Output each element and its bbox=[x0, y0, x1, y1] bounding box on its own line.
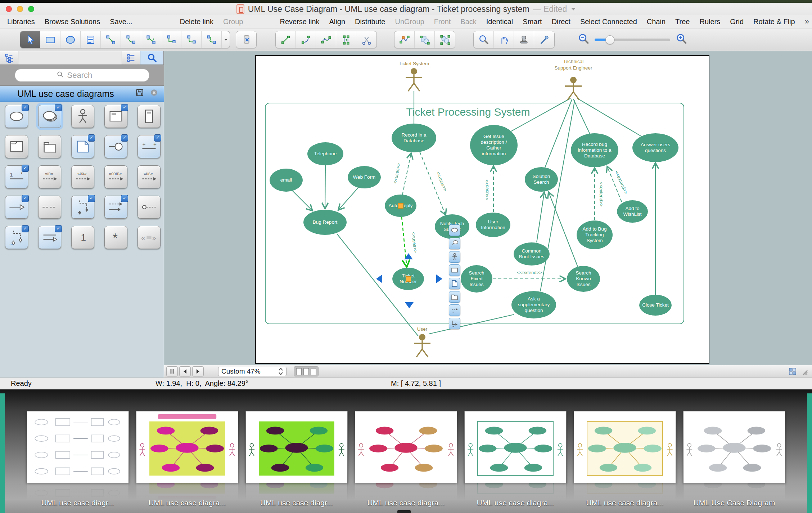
menu-save[interactable]: Save... bbox=[110, 18, 132, 26]
combine-shapes-tool-button[interactable] bbox=[415, 31, 435, 48]
shape-us-arrow[interactable]: «us» bbox=[137, 165, 161, 188]
use-case-search[interactable]: Search Known Issues bbox=[567, 266, 600, 292]
filmstrip-thumbnail[interactable]: UML use case diagr... bbox=[245, 411, 348, 504]
palette-ellipse-ref-button[interactable] bbox=[449, 238, 460, 249]
menu-tree[interactable]: Tree bbox=[675, 18, 690, 26]
thumbnail-preview[interactable] bbox=[683, 411, 785, 483]
menu-browse-solutions[interactable]: Browse Solutions bbox=[45, 18, 100, 26]
selection-handle[interactable] bbox=[406, 276, 411, 282]
connector-curve-tool-button[interactable] bbox=[121, 31, 141, 48]
connector[interactable] bbox=[549, 192, 578, 267]
tile-pages-icon[interactable] bbox=[788, 367, 797, 376]
actor-ticket-system[interactable]: Ticket System bbox=[399, 61, 429, 91]
search-input[interactable] bbox=[67, 70, 108, 80]
list-view-button[interactable] bbox=[122, 51, 140, 64]
connector[interactable] bbox=[577, 98, 642, 137]
chevron-down-icon[interactable] bbox=[571, 8, 576, 10]
thumbnail-preview[interactable] bbox=[574, 411, 676, 483]
use-case-add-to[interactable]: Add to WishList bbox=[617, 200, 648, 223]
shape-assoc-one-star[interactable]: 1*✓ bbox=[5, 165, 28, 188]
shape-elbow-diamond[interactable]: ...✓ bbox=[71, 196, 94, 219]
edit-vertex-tool-button[interactable] bbox=[394, 31, 415, 48]
menu-reverse-link[interactable]: Reverse link bbox=[280, 18, 319, 26]
palette-page-button[interactable] bbox=[449, 278, 460, 289]
connector[interactable] bbox=[292, 191, 312, 211]
shape-elbow-open-diamond[interactable]: ...✓ bbox=[5, 226, 28, 249]
eyedropper-tool-button[interactable] bbox=[534, 31, 554, 48]
page-view-buttons[interactable] bbox=[294, 366, 319, 376]
use-case-close-ticket[interactable]: Close Ticket bbox=[639, 295, 672, 316]
connector-smart-tool-button[interactable] bbox=[141, 31, 161, 48]
pan-tool-button[interactable] bbox=[494, 31, 514, 48]
draw-bezier-tool-button[interactable] bbox=[316, 31, 336, 48]
shape-stereotype[interactable]: «» bbox=[137, 226, 161, 249]
zoom-slider-track[interactable] bbox=[595, 39, 670, 41]
thumbnail-preview[interactable] bbox=[464, 411, 567, 483]
connect-arrow-left[interactable] bbox=[376, 275, 382, 283]
connector[interactable] bbox=[545, 99, 572, 168]
zoom-slider-knob[interactable] bbox=[605, 35, 614, 44]
shape-frame[interactable] bbox=[5, 135, 28, 158]
zoom-out-icon[interactable] bbox=[577, 33, 590, 46]
selection-handle[interactable] bbox=[398, 203, 403, 209]
filmstrip-thumbnail[interactable]: UML use case diagra... bbox=[464, 411, 567, 504]
shape-star[interactable]: * bbox=[104, 226, 127, 249]
shape-generalization[interactable]: ✓ bbox=[5, 196, 28, 219]
search-view-button[interactable] bbox=[140, 51, 164, 64]
zoom-stepper-icon[interactable] bbox=[278, 367, 283, 375]
thumbnail-preview[interactable] bbox=[355, 411, 457, 483]
shape-actor[interactable] bbox=[71, 105, 94, 128]
search-field[interactable] bbox=[15, 69, 149, 82]
zoom-tool-button[interactable] bbox=[474, 31, 494, 48]
menu-chain[interactable]: Chain bbox=[647, 18, 666, 26]
use-case-bug-report[interactable]: Bug Report bbox=[303, 210, 347, 235]
shape-ex-arrow[interactable]: «ex» bbox=[71, 165, 94, 188]
shape-double-dependency[interactable]: ...✓ bbox=[104, 196, 127, 219]
shape-one[interactable]: 1 bbox=[71, 226, 94, 249]
palette-folder-button[interactable] bbox=[449, 291, 460, 303]
menu-grid[interactable]: Grid bbox=[730, 18, 744, 26]
use-case-web-form[interactable]: Web Form bbox=[348, 166, 381, 188]
menu-libraries[interactable]: Libraries bbox=[7, 18, 35, 26]
filmstrip-thumbnail[interactable]: UML Use Case Diagram bbox=[683, 411, 785, 504]
previous-page-button[interactable] bbox=[179, 366, 191, 376]
connector[interactable] bbox=[540, 100, 575, 291]
pause-button[interactable] bbox=[166, 366, 178, 376]
connector[interactable] bbox=[537, 192, 544, 242]
shape-ball-dash[interactable] bbox=[137, 196, 161, 219]
thumbnail-preview[interactable] bbox=[245, 411, 348, 483]
shape-package[interactable] bbox=[38, 135, 61, 158]
filmstrip-thumbnail[interactable]: UML use case diagra... bbox=[136, 411, 238, 504]
thumbnail-preview[interactable] bbox=[27, 411, 129, 483]
shape-in-arrow[interactable]: «in» bbox=[38, 165, 61, 188]
ellipse-tool-button[interactable] bbox=[60, 31, 81, 48]
palette-dash-arrow-button[interactable] bbox=[449, 304, 460, 316]
zoom-level-control[interactable]: Custom 47% bbox=[218, 367, 287, 376]
library-path-field[interactable] bbox=[18, 51, 122, 64]
connector-selected[interactable] bbox=[402, 217, 407, 267]
tree-view-button[interactable] bbox=[0, 51, 18, 64]
connector[interactable] bbox=[338, 187, 358, 210]
actor-user[interactable]: User bbox=[414, 326, 430, 357]
thumbnail-preview[interactable] bbox=[136, 411, 238, 483]
use-case-common[interactable]: Common Boot Issues bbox=[514, 242, 550, 266]
connect-arrow-right[interactable] bbox=[436, 275, 442, 283]
palette-elbow-arrow-button[interactable] bbox=[449, 318, 460, 329]
shape-card[interactable] bbox=[137, 105, 161, 128]
connector[interactable] bbox=[325, 165, 325, 209]
draw-arc-tool-button[interactable] bbox=[296, 31, 316, 48]
shape-note[interactable]: ✓ bbox=[71, 135, 94, 158]
shape-oval-stack[interactable]: ✓ bbox=[38, 105, 61, 128]
group-shapes-tool-button[interactable] bbox=[435, 31, 455, 48]
use-case-ask-a[interactable]: Ask a supplementary question bbox=[511, 291, 556, 318]
menu-rotate-flip[interactable]: Rotate & Flip bbox=[753, 18, 795, 26]
zoom-in-icon[interactable] bbox=[675, 33, 687, 46]
use-case-user[interactable]: User Information bbox=[476, 213, 510, 237]
shape-assoc-stars[interactable]: ++✓ bbox=[137, 135, 161, 158]
close-library-icon[interactable] bbox=[149, 88, 159, 99]
shape-interface[interactable]: ✓ bbox=[104, 135, 127, 158]
connector-tree-tool-button[interactable] bbox=[202, 31, 222, 48]
menu-align[interactable]: Align bbox=[329, 18, 345, 26]
palette-rect-button[interactable] bbox=[449, 264, 460, 276]
connector-direct-tool-button[interactable] bbox=[101, 31, 121, 48]
